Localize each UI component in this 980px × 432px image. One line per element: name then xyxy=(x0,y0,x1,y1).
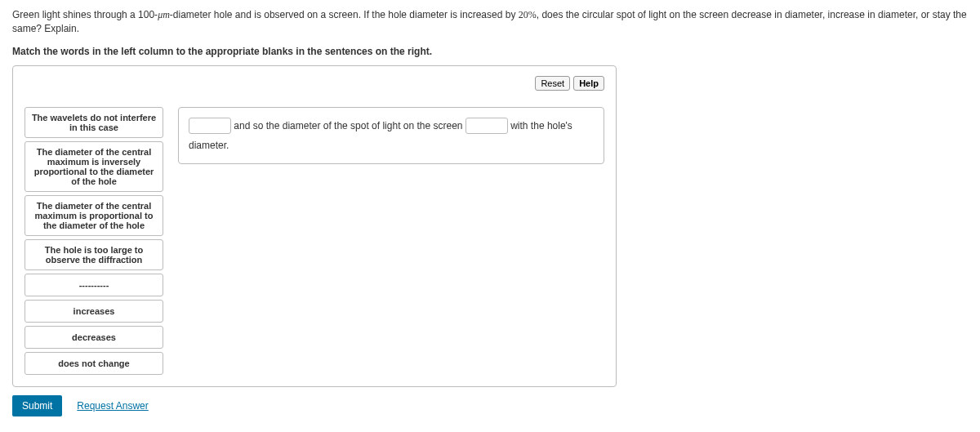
top-buttons: Reset Help xyxy=(24,76,604,91)
request-answer-link[interactable]: Request Answer xyxy=(77,400,148,412)
q-pct: 20% xyxy=(519,9,537,20)
submit-button[interactable]: Submit xyxy=(12,395,62,416)
q-pre: Green light shines through a 100- xyxy=(12,9,158,20)
instruction-text: Match the words in the left column to th… xyxy=(12,46,968,57)
matching-panel: Reset Help The wavelets do not interfere… xyxy=(12,65,617,387)
help-button[interactable]: Help xyxy=(573,76,604,91)
q-unit: μm xyxy=(158,9,170,20)
option-item[interactable]: The diameter of the central maximum is p… xyxy=(24,195,163,236)
drop-slot-1[interactable] xyxy=(189,118,231,134)
option-item[interactable]: The diameter of the central maximum is i… xyxy=(24,141,163,192)
option-item[interactable]: increases xyxy=(24,300,163,323)
answer-sentence-box: and so the diameter of the spot of light… xyxy=(178,107,604,164)
option-item[interactable]: does not change xyxy=(24,352,163,375)
q-mid: -diameter hole and is observed on a scre… xyxy=(170,9,519,20)
option-item[interactable]: The hole is too large to observe the dif… xyxy=(24,239,163,270)
option-item[interactable]: The wavelets do not interfere in this ca… xyxy=(24,107,163,138)
drop-slot-2[interactable] xyxy=(466,118,508,134)
workspace: The wavelets do not interfere in this ca… xyxy=(24,107,604,375)
bottom-row: Submit Request Answer xyxy=(12,395,968,416)
question-text: Green light shines through a 100-μm-diam… xyxy=(12,8,968,36)
option-item[interactable]: decreases xyxy=(24,326,163,349)
option-item[interactable]: ---------- xyxy=(24,274,163,296)
reset-button[interactable]: Reset xyxy=(535,76,570,91)
options-column: The wavelets do not interfere in this ca… xyxy=(24,107,163,375)
sentence-part1: and so the diameter of the spot of light… xyxy=(231,120,466,131)
